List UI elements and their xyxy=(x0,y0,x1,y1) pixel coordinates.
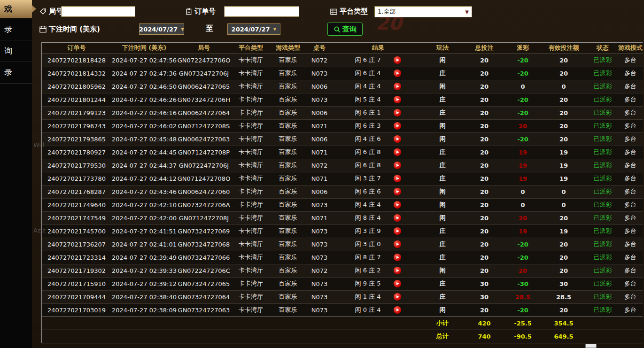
cell-round-id: GN0712472708P xyxy=(177,146,231,159)
play-video-icon[interactable] xyxy=(394,83,401,90)
bet-records-table: 订单号 下注时间 (美东) 局号 平台类型 游戏类型 桌号 结果 玩法 总投注 … xyxy=(41,42,643,343)
play-video-icon[interactable] xyxy=(394,148,401,156)
cell-game-type: 百家乐 xyxy=(271,159,305,172)
cell-valid-bet: 20 xyxy=(540,251,588,264)
header-round-id: 局号 xyxy=(177,43,231,54)
play-video-icon[interactable] xyxy=(394,254,401,261)
cell-result: 闲 3 庄 7 xyxy=(334,172,422,185)
sidebar-item-record-1[interactable]: 录 xyxy=(0,19,32,40)
play-video-icon[interactable] xyxy=(394,175,401,182)
total-valid-bet: 649.5 xyxy=(540,330,588,343)
cell-game-type: 百家乐 xyxy=(271,303,305,317)
cell-bet-time: 2024-07-27 02:47:56 xyxy=(111,54,177,67)
sidebar-item-query[interactable]: 询 xyxy=(0,40,32,62)
play-video-icon[interactable] xyxy=(394,70,401,77)
cell-game-type: 百家乐 xyxy=(271,67,305,80)
play-video-icon[interactable] xyxy=(394,306,401,314)
subtotal-total-bet: 420 xyxy=(463,317,506,330)
cell-table-no: N073 xyxy=(305,251,334,264)
cell-total-bet: 20 xyxy=(463,132,506,146)
cell-platform: 卡卡湾厅 xyxy=(231,238,271,251)
cell-platform: 卡卡湾厅 xyxy=(231,54,271,67)
play-video-icon[interactable] xyxy=(394,56,401,64)
sidebar-item-game[interactable]: 戏 xyxy=(0,0,32,19)
play-video-icon[interactable] xyxy=(394,214,401,222)
cell-platform: 卡卡湾厅 xyxy=(231,159,271,172)
play-video-icon[interactable] xyxy=(394,240,401,248)
cell-status: 已派彩 xyxy=(588,185,618,198)
play-video-icon[interactable] xyxy=(394,109,401,116)
cell-result: 闲 4 庄 4 xyxy=(334,80,422,93)
cell-table-no: N072 xyxy=(305,54,334,67)
order-number-input[interactable] xyxy=(224,6,299,17)
cell-result: 闲 3 庄 9 xyxy=(334,224,422,238)
cell-status: 已派彩 xyxy=(588,277,618,290)
cell-total-bet: 30 xyxy=(463,290,506,303)
result-text: 闲 5 庄 4 xyxy=(355,95,381,104)
sidebar-item-label: 录 xyxy=(4,67,12,78)
cell-round-id: GN0712472708J xyxy=(177,211,231,224)
cell-table-no: N073 xyxy=(305,277,334,290)
subtotal-payout: -25.5 xyxy=(506,317,540,330)
cell-platform: 卡卡湾厅 xyxy=(231,119,271,132)
play-video-icon[interactable] xyxy=(394,227,401,235)
cell-bet-time: 2024-07-27 02:46:02 xyxy=(111,119,177,132)
cell-status: 已派彩 xyxy=(588,54,618,67)
sidebar-item-label: 录 xyxy=(4,24,12,35)
cell-total-bet: 20 xyxy=(463,172,506,185)
cell-game-type: 百家乐 xyxy=(271,238,305,251)
table-row: 240727021736207 2024-07-27 02:41:01 GN07… xyxy=(42,238,643,251)
cell-play-type: 闲 xyxy=(422,119,463,132)
cell-payout: 19 xyxy=(506,172,540,185)
cell-round-id: GN07324727065 xyxy=(177,277,231,290)
play-video-icon[interactable] xyxy=(394,135,401,143)
sidebar-item-record-2[interactable]: 录 xyxy=(0,62,32,84)
cell-platform: 卡卡湾厅 xyxy=(231,67,271,80)
cell-order-id: 240727021779530 xyxy=(42,159,111,172)
play-video-icon[interactable] xyxy=(394,188,401,195)
cell-round-id: GN07324727063 xyxy=(177,303,231,317)
cell-platform: 卡卡湾厅 xyxy=(231,303,271,317)
cell-game-type: 百家乐 xyxy=(271,198,305,211)
cell-payout: -20 xyxy=(506,67,540,80)
cell-game-mode: 多台 xyxy=(618,119,643,132)
chevron-down-icon: ▼ xyxy=(181,27,184,31)
play-video-icon[interactable] xyxy=(394,201,401,209)
cell-play-type: 庄 xyxy=(422,238,463,251)
round-number-input[interactable] xyxy=(61,6,135,17)
result-text: 闲 3 庄 7 xyxy=(355,174,381,183)
query-button[interactable]: 查询 xyxy=(327,23,363,36)
table-row: 240727021805962 2024-07-27 02:46:50 GN00… xyxy=(42,80,643,93)
play-video-icon[interactable] xyxy=(394,96,401,103)
play-video-icon[interactable] xyxy=(394,267,401,274)
date-to-select[interactable]: 2024/07/27 ▼ xyxy=(227,23,280,35)
play-video-icon[interactable] xyxy=(394,280,401,287)
header-total-bet: 总投注 xyxy=(463,43,506,54)
cell-bet-time: 2024-07-27 02:46:16 xyxy=(111,106,177,119)
cell-round-id: GN0722472706C xyxy=(177,264,231,277)
cell-payout: 20 xyxy=(506,119,540,132)
cell-valid-bet: 19 xyxy=(540,146,588,159)
result-text: 闲 3 庄 9 xyxy=(355,227,381,235)
play-video-icon[interactable] xyxy=(394,162,401,169)
cell-game-type: 百家乐 xyxy=(271,185,305,198)
play-video-icon[interactable] xyxy=(394,293,401,301)
cell-total-bet: 20 xyxy=(463,211,506,224)
cell-table-no: N073 xyxy=(305,238,334,251)
play-video-icon[interactable] xyxy=(394,122,401,130)
cell-round-id: GN0732472706A xyxy=(177,198,231,211)
cell-table-no: N072 xyxy=(305,159,334,172)
platform-type-select[interactable]: 1.全部 ▼ xyxy=(374,6,472,17)
cell-game-mode: 多台 xyxy=(618,54,643,67)
result-text: 闲 4 庄 4 xyxy=(355,82,381,91)
cell-platform: 卡卡湾厅 xyxy=(231,172,271,185)
cell-bet-time: 2024-07-27 02:46:26 xyxy=(111,93,177,106)
date-from-select[interactable]: 2024/07/27 ▼ xyxy=(139,23,184,35)
cell-bet-time: 2024-07-27 02:46:50 xyxy=(111,80,177,93)
pagination-control[interactable] xyxy=(585,344,597,348)
cell-bet-time: 2024-07-27 02:39:33 xyxy=(111,264,177,277)
cell-result: 闲 6 庄 8 xyxy=(334,146,422,159)
cell-platform: 卡卡湾厅 xyxy=(231,211,271,224)
cell-order-id: 240727021747549 xyxy=(42,211,111,224)
table-row: 240727021709444 2024-07-27 02:38:40 GN07… xyxy=(42,290,643,303)
